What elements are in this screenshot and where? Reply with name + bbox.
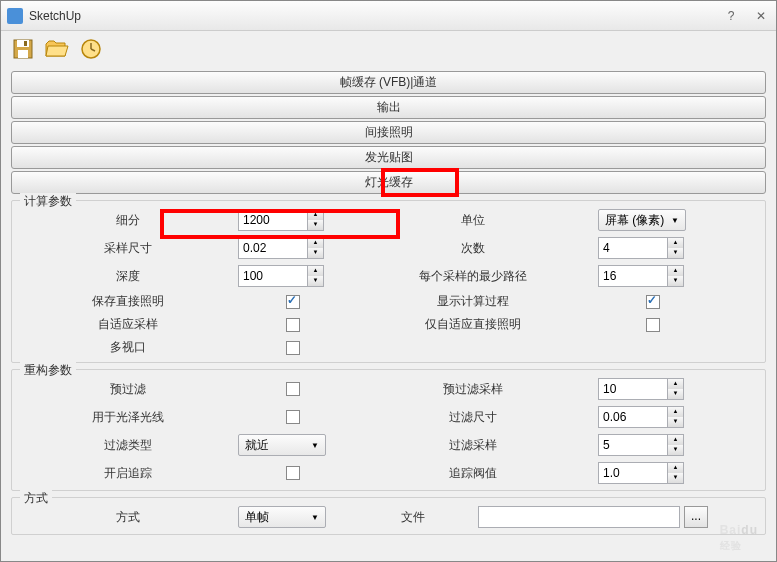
filter-samples-label: 过滤采样 — [348, 437, 598, 454]
unit-value: 屏幕 (像素) — [605, 212, 664, 229]
passes-spinner[interactable]: ▲▼ — [598, 237, 684, 259]
subdivs-label: 细分 — [18, 212, 238, 229]
depth-input[interactable] — [238, 265, 308, 287]
prefilter-samples-spinner[interactable]: ▲▼ — [598, 378, 684, 400]
section-indirect-illumination[interactable]: 间接照明 — [11, 121, 766, 144]
clock-icon[interactable] — [77, 35, 105, 63]
filter-type-label: 过滤类型 — [18, 437, 238, 454]
mode-label: 方式 — [18, 509, 238, 526]
mode-value: 单帧 — [245, 509, 269, 526]
titlebar: SketchUp ? ✕ — [1, 1, 776, 31]
fieldset-mode: 方式 方式 单帧▼ 文件 ... — [11, 497, 766, 535]
recon-legend: 重构参数 — [20, 362, 76, 379]
mode-select[interactable]: 单帧▼ — [238, 506, 326, 528]
section-light-cache-label: 灯光缓存 — [365, 175, 413, 189]
svg-rect-1 — [17, 40, 29, 47]
glossy-checkbox[interactable] — [286, 410, 300, 424]
chevron-down-icon: ▼ — [311, 513, 319, 522]
unit-select[interactable]: 屏幕 (像素)▼ — [598, 209, 686, 231]
prefilter-checkbox[interactable] — [286, 382, 300, 396]
passes-input[interactable] — [598, 237, 668, 259]
section-irradiance-map[interactable]: 发光贴图 — [11, 146, 766, 169]
file-browse-button[interactable]: ... — [684, 506, 708, 528]
chevron-down-icon: ▼ — [671, 216, 679, 225]
multiview-checkbox[interactable] — [286, 341, 300, 355]
min-paths-label: 每个采样的最少路径 — [348, 268, 598, 285]
file-path-input[interactable] — [478, 506, 680, 528]
sample-size-input[interactable] — [238, 237, 308, 259]
store-direct-checkbox[interactable] — [286, 295, 300, 309]
depth-label: 深度 — [18, 268, 238, 285]
filter-size-label: 过滤尺寸 — [348, 409, 598, 426]
spin-down[interactable]: ▼ — [308, 220, 323, 230]
fieldset-calc-params: 计算参数 细分 ▲▼ 单位 屏幕 (像素)▼ 采样尺寸 ▲▼ 次数 ▲▼ 深度 … — [11, 200, 766, 363]
retrace-thresh-label: 追踪阀值 — [348, 465, 598, 482]
prefilter-label: 预过滤 — [18, 381, 238, 398]
passes-label: 次数 — [348, 240, 598, 257]
min-paths-input[interactable] — [598, 265, 668, 287]
app-icon — [7, 8, 23, 24]
prefilter-samples-input[interactable] — [598, 378, 668, 400]
only-adapt-checkbox[interactable] — [646, 318, 660, 332]
glossy-label: 用于光泽光线 — [18, 409, 238, 426]
unit-label: 单位 — [348, 212, 598, 229]
sample-size-label: 采样尺寸 — [18, 240, 238, 257]
retrace-thresh-spinner[interactable]: ▲▼ — [598, 462, 684, 484]
mode-legend: 方式 — [20, 490, 52, 507]
save-icon[interactable] — [9, 35, 37, 63]
section-vfb-channels[interactable]: 帧缓存 (VFB)|通道 — [11, 71, 766, 94]
store-direct-label: 保存直接照明 — [18, 293, 238, 310]
section-output[interactable]: 输出 — [11, 96, 766, 119]
window-title: SketchUp — [29, 9, 81, 23]
toolbar — [1, 31, 776, 67]
subdivs-spinner[interactable]: ▲▼ — [238, 209, 324, 231]
filter-samples-input[interactable] — [598, 434, 668, 456]
filter-samples-spinner[interactable]: ▲▼ — [598, 434, 684, 456]
multiview-label: 多视口 — [18, 339, 238, 356]
filter-size-input[interactable] — [598, 406, 668, 428]
watermark-sub: 经验 — [720, 539, 758, 553]
retrace-thresh-input[interactable] — [598, 462, 668, 484]
app-window: SketchUp ? ✕ 帧缓存 (VFB)|通道 输出 间接照明 发光贴图 灯… — [0, 0, 777, 562]
filter-size-spinner[interactable]: ▲▼ — [598, 406, 684, 428]
show-calc-checkbox[interactable] — [646, 295, 660, 309]
filter-type-value: 就近 — [245, 437, 269, 454]
content-area: 帧缓存 (VFB)|通道 输出 间接照明 发光贴图 灯光缓存 计算参数 细分 ▲… — [1, 67, 776, 561]
calc-legend: 计算参数 — [20, 193, 76, 210]
svg-rect-3 — [24, 41, 27, 46]
depth-spinner[interactable]: ▲▼ — [238, 265, 324, 287]
retrace-label: 开启追踪 — [18, 465, 238, 482]
min-paths-spinner[interactable]: ▲▼ — [598, 265, 684, 287]
show-calc-label: 显示计算过程 — [348, 293, 598, 310]
svg-rect-2 — [18, 50, 28, 58]
chevron-down-icon: ▼ — [311, 441, 319, 450]
adaptive-label: 自适应采样 — [18, 316, 238, 333]
only-adapt-label: 仅自适应直接照明 — [348, 316, 598, 333]
retrace-checkbox[interactable] — [286, 466, 300, 480]
close-button[interactable]: ✕ — [746, 5, 776, 27]
prefilter-samples-label: 预过滤采样 — [348, 381, 598, 398]
subdivs-input[interactable] — [238, 209, 308, 231]
filter-type-select[interactable]: 就近▼ — [238, 434, 326, 456]
section-light-cache[interactable]: 灯光缓存 — [11, 171, 766, 194]
file-label: 文件 — [348, 509, 478, 526]
sample-size-spinner[interactable]: ▲▼ — [238, 237, 324, 259]
adaptive-checkbox[interactable] — [286, 318, 300, 332]
fieldset-recon-params: 重构参数 预过滤 预过滤采样 ▲▼ 用于光泽光线 过滤尺寸 ▲▼ 过滤类型 就近… — [11, 369, 766, 491]
help-button[interactable]: ? — [716, 5, 746, 27]
folder-open-icon[interactable] — [43, 35, 71, 63]
spin-up[interactable]: ▲ — [308, 210, 323, 220]
